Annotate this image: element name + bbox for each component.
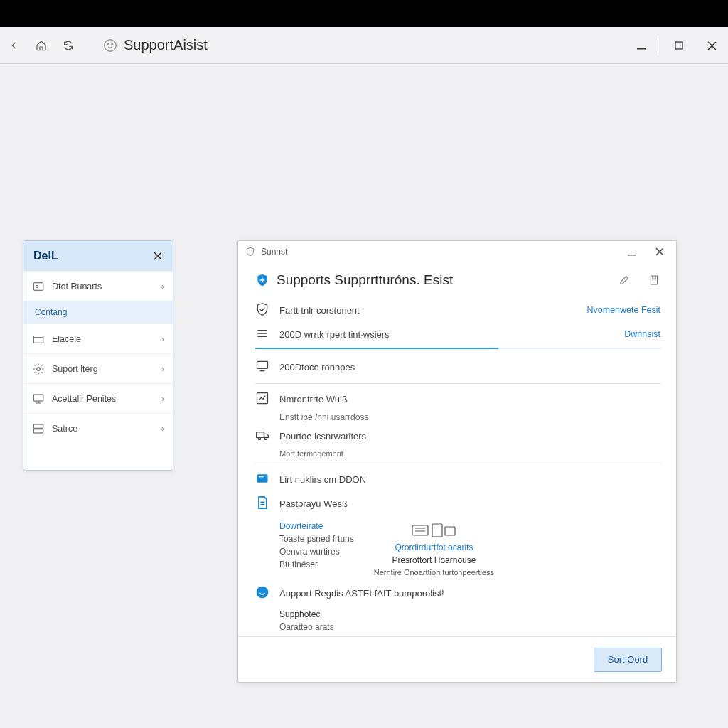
row-sub: Supphotec xyxy=(255,605,660,621)
progress-bar xyxy=(255,348,660,349)
dialog-titlebar: Sunnst xyxy=(238,241,676,262)
sidebar-item-label: Elacele xyxy=(52,334,81,344)
truck-icon xyxy=(255,428,271,444)
support-icon xyxy=(255,585,271,601)
close-button[interactable] xyxy=(695,27,728,64)
svg-point-6 xyxy=(36,285,38,287)
server-icon xyxy=(32,422,45,435)
mid-cluster: Dowrteirate Toaste psned frtuns Oenvra w… xyxy=(255,515,660,577)
row-publisher[interactable]: Pourtoe icsnrwariters xyxy=(255,424,660,448)
sidebar-item-contang[interactable]: Contang xyxy=(23,301,173,323)
sidebar-item-label: Acettalir Penites xyxy=(52,394,116,404)
chevron-right-icon: › xyxy=(161,394,164,404)
row-label: Fartt tnlr corstonent xyxy=(279,305,360,316)
sidebar-item-label: Dtot Runarts xyxy=(52,282,102,291)
chart-icon xyxy=(255,391,271,407)
dialog-heading: Supports Supprrtturóns. Esist xyxy=(238,262,676,295)
bookmark-icon[interactable] xyxy=(646,272,662,288)
sidebar-item-support[interactable]: Suport lterg › xyxy=(23,353,173,383)
window-header: SupportAisist xyxy=(0,27,728,64)
sidebar-item-drivers[interactable]: Dtot Runarts › xyxy=(23,271,173,301)
mid-link[interactable]: Dowrteirate xyxy=(279,521,354,531)
row-support-assist[interactable]: Anpport Regdis ASTEt fAIT bumporołist! xyxy=(255,581,660,605)
svg-rect-9 xyxy=(33,395,43,401)
row-label: 200Dtoce ronnpes xyxy=(279,362,355,373)
folder-icon xyxy=(32,333,45,346)
svg-point-17 xyxy=(258,437,260,439)
sidebar-item-label: Contang xyxy=(35,307,67,317)
svg-rect-10 xyxy=(33,424,43,428)
mid-text: Btutinéser xyxy=(279,560,354,569)
svg-rect-13 xyxy=(651,276,657,284)
plus-badge-icon xyxy=(255,273,269,287)
sidebar-item-service[interactable]: Satrce › xyxy=(23,413,173,443)
svg-rect-22 xyxy=(432,524,442,537)
maximize-button[interactable] xyxy=(663,27,695,64)
svg-rect-11 xyxy=(33,429,43,432)
chevron-right-icon: › xyxy=(161,334,164,344)
refresh-icon[interactable] xyxy=(58,36,78,55)
dialog-title: Supports Supprrtturóns. Esist xyxy=(277,272,453,288)
chevron-right-icon: › xyxy=(161,364,164,374)
top-black-bar xyxy=(0,0,728,27)
row-device[interactable]: 200Dtoce ronnpes xyxy=(255,355,660,379)
doc-icon xyxy=(255,496,271,511)
row-label: Anpport Regdis ASTEt fAIT bumporołist! xyxy=(279,588,444,599)
download-link[interactable]: Dwnnsist xyxy=(624,329,660,339)
row-program[interactable]: Pastprayu Wesß xyxy=(255,491,660,515)
devices-icon-cluster xyxy=(411,521,456,540)
svg-rect-21 xyxy=(412,525,428,535)
row-drivers-ddon[interactable]: Lirt nuklirs cm DDON xyxy=(255,467,660,491)
sidebar-header: DelL xyxy=(23,241,173,271)
dialog-footer: Sort Oord xyxy=(238,636,676,682)
svg-rect-19 xyxy=(257,474,268,483)
svg-rect-7 xyxy=(33,336,43,343)
dialog-minimize-icon[interactable] xyxy=(622,242,641,261)
shield-check-icon xyxy=(255,302,271,318)
svg-point-24 xyxy=(257,587,269,599)
sidebar-item-activity[interactable]: Acettalir Penites › xyxy=(23,383,173,413)
row-label: 200D wrrtk rpert tint·wsiers xyxy=(279,329,390,340)
row-label: Pastprayu Wesß xyxy=(279,498,348,509)
edit-icon[interactable] xyxy=(616,272,632,288)
mid-link[interactable]: Qrordirdurtfot ocarits xyxy=(395,542,473,552)
svg-rect-3 xyxy=(637,48,646,50)
minimize-button[interactable] xyxy=(625,27,658,64)
support-dialog: Sunnst Supports Supprrtturóns. Esist Far… xyxy=(237,240,677,682)
mid-text: Nerntire Onoarttion turtonpeertless xyxy=(374,568,494,577)
shield-icon xyxy=(245,247,255,257)
row-updates[interactable]: 200D wrrtk rpert tint·wsiers Dwnnsist xyxy=(255,322,660,346)
sidebar-panel: DelL Dtot Runarts › Contang Elacele › xyxy=(23,240,173,471)
home-icon[interactable] xyxy=(31,36,51,55)
display-icon xyxy=(255,359,271,375)
primary-action-button[interactable]: Sort Oord xyxy=(594,648,662,672)
back-icon[interactable] xyxy=(4,36,24,55)
sidebar-close-icon[interactable] xyxy=(150,248,166,264)
divider xyxy=(255,383,660,384)
svg-point-18 xyxy=(264,437,267,439)
gear-icon xyxy=(32,363,45,375)
app-logo-icon xyxy=(102,38,118,53)
row-sub: Oaratteo arats xyxy=(255,621,660,633)
top-link[interactable]: Nvomenwete Fesit xyxy=(587,305,660,315)
row-warranty[interactable]: Nmrontrrte Wulß xyxy=(255,387,660,411)
dialog-caption: Sunnst xyxy=(261,247,287,257)
mid-text: Presrottort Hoarnouse xyxy=(392,555,476,565)
divider xyxy=(658,37,658,54)
svg-rect-20 xyxy=(259,476,264,478)
svg-point-8 xyxy=(37,367,41,370)
mid-text: Oenvra wurtires xyxy=(279,547,354,557)
row-label: Nmrontrrte Wulß xyxy=(279,394,348,405)
divider xyxy=(255,464,660,464)
sidebar-item-elacele[interactable]: Elacele › xyxy=(23,323,173,353)
svg-rect-5 xyxy=(33,282,43,290)
svg-rect-23 xyxy=(445,527,455,535)
dialog-body: Fartt tnlr corstonent Nvomenwete Fesit 2… xyxy=(238,295,676,636)
dialog-close-icon[interactable] xyxy=(651,242,669,261)
svg-rect-4 xyxy=(675,42,682,49)
row-overview[interactable]: Fartt tnlr corstonent Nvomenwete Fesit xyxy=(255,298,660,322)
svg-point-0 xyxy=(105,39,117,51)
drive-icon xyxy=(255,471,271,487)
list-icon xyxy=(255,326,271,342)
mid-text: Toaste psned frtuns xyxy=(279,534,354,544)
